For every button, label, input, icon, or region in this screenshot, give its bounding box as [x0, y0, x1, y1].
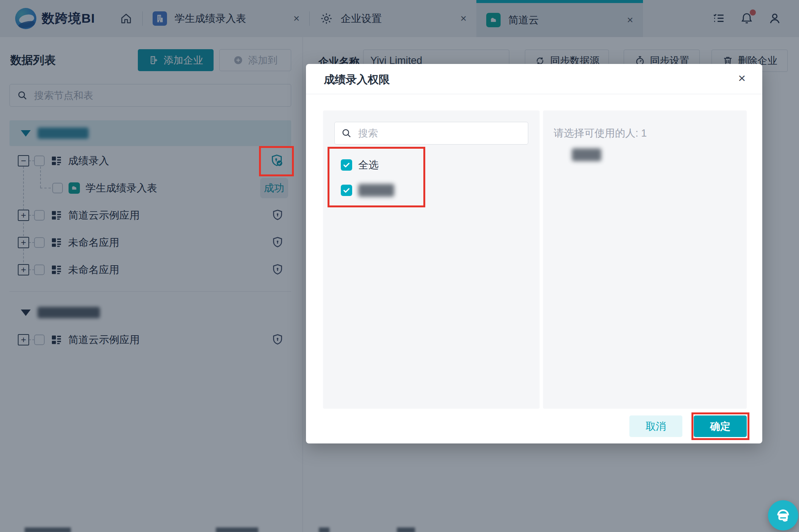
- selected-hint: 请选择可使用的人: 1: [554, 126, 647, 140]
- confirm-button[interactable]: 确定: [694, 415, 747, 437]
- app-root: 数跨境BI 学生成绩录入表 × 企业设置 × 简道: [0, 0, 799, 532]
- cancel-button[interactable]: 取消: [629, 415, 682, 437]
- close-icon[interactable]: ×: [738, 72, 746, 84]
- blurred-selected-member: [572, 148, 601, 161]
- checkbox-checked[interactable]: [341, 185, 352, 196]
- blurred-member-name: [358, 184, 394, 197]
- selected-members-panel: 请选择可使用的人: 1: [543, 110, 747, 409]
- member-search-input[interactable]: [357, 127, 528, 140]
- select-all-label: 全选: [358, 158, 379, 172]
- headset-icon: [774, 507, 792, 524]
- member-search: [334, 122, 528, 145]
- search-icon: [341, 128, 352, 139]
- support-chat-button[interactable]: [768, 500, 798, 530]
- permission-dialog: 成绩录入权限 × 全选: [306, 64, 762, 443]
- checkbox-checked[interactable]: [341, 159, 352, 171]
- dialog-header: 成绩录入权限 ×: [306, 64, 762, 94]
- select-all-row[interactable]: 全选: [341, 158, 379, 172]
- member-row[interactable]: [341, 184, 394, 197]
- member-select-panel: 全选: [323, 110, 540, 409]
- dialog-title: 成绩录入权限: [324, 72, 390, 87]
